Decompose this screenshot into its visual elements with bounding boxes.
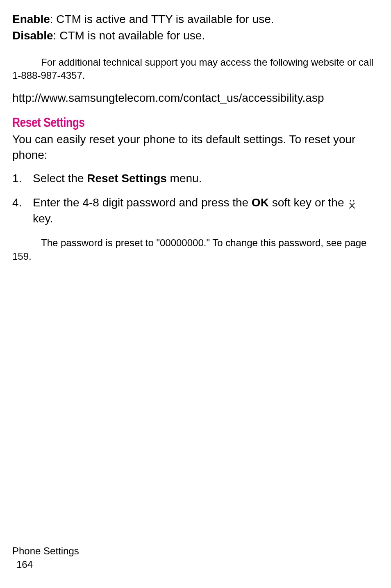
accessibility-url: http://www.samsungtelecom.com/contact_us… <box>12 90 379 106</box>
support-note: For additional technical support you may… <box>12 56 379 82</box>
page-footer: Phone Settings 164 <box>12 544 79 572</box>
steps-list: 1. Select the Reset Settings menu. 4. En… <box>12 170 379 227</box>
enable-label: Enable <box>12 13 50 25</box>
reset-settings-heading: Reset Settings <box>12 115 313 130</box>
step-content: Enter the 4-8 digit password and press t… <box>33 194 379 227</box>
svg-point-1 <box>353 200 355 201</box>
footer-section: Phone Settings <box>12 544 79 558</box>
disable-definition: Disable: CTM is not available for use. <box>12 28 379 43</box>
step-number: 4. <box>12 194 33 227</box>
step-4: 4. Enter the 4-8 digit password and pres… <box>12 194 379 227</box>
disable-text: : CTM is not available for use. <box>53 29 205 42</box>
enable-text: : CTM is active and TTY is available for… <box>50 13 274 25</box>
enable-definition: Enable: CTM is active and TTY is availab… <box>12 11 379 27</box>
step-1: 1. Select the Reset Settings menu. <box>12 170 379 186</box>
x-key-icon <box>347 198 357 208</box>
step-content: Select the Reset Settings menu. <box>33 170 379 186</box>
disable-label: Disable <box>12 29 53 42</box>
password-note: The password is preset to "00000000." To… <box>12 236 379 263</box>
reset-intro: You can easily reset your phone to its d… <box>12 132 379 163</box>
step-number: 1. <box>12 170 33 186</box>
svg-point-0 <box>350 200 351 201</box>
page-number: 164 <box>16 558 79 572</box>
